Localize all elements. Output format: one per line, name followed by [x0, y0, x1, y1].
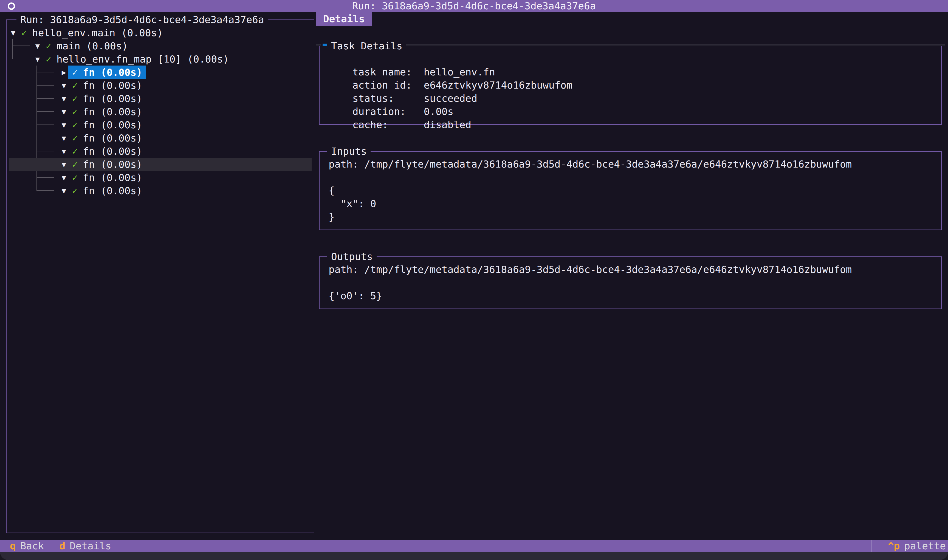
status-check-icon: ✓	[72, 67, 78, 78]
tree-guide-stub	[37, 190, 54, 191]
tree-row-label: main (0.00s)	[57, 40, 128, 52]
statusbar-shortcuts: q Back d Details	[10, 540, 127, 552]
code-line: {	[329, 184, 936, 197]
expand-arrow-icon[interactable]: ▼	[9, 29, 17, 37]
run-tree-panel: Run: 3618a6a9-3d5d-4d6c-bce4-3de3a4a37e6…	[6, 20, 314, 533]
tree-row-label: fn (0.00s)	[83, 159, 142, 170]
expand-arrow-icon[interactable]: ▼	[60, 173, 68, 182]
expand-arrow-icon[interactable]: ▼	[60, 147, 68, 155]
tree-row[interactable]: ▼ ✓ fn (0.00s)	[6, 158, 314, 171]
code-line: path: /tmp/flyte/metadata/3618a6a9-3d5d-…	[329, 263, 936, 276]
tree-row[interactable]: ▼ ✓ main (0.00s)	[6, 39, 314, 52]
shortcut-label-details[interactable]: Details	[70, 540, 111, 551]
tree-row-content: ✓ hello_env.fn_map [10] (0.00s)	[46, 52, 229, 66]
status-check-icon: ✓	[46, 40, 52, 51]
expand-arrow-icon[interactable]: ▼	[60, 94, 68, 103]
main-content: Run: 3618a6a9-3d5d-4d6c-bce4-3de3a4a37e6…	[0, 12, 948, 540]
statusbar-divider	[871, 540, 872, 552]
code-line: "x": 0	[329, 197, 936, 210]
tree-row-content: ✓ fn (0.00s)	[72, 92, 142, 105]
shortcut-key-palette[interactable]: ^p	[888, 540, 900, 551]
tree-guide-stub	[37, 111, 54, 112]
tree-row-label: fn (0.00s)	[83, 119, 142, 131]
outputs-section: Outputs path: /tmp/flyte/metadata/3618a6…	[319, 257, 942, 309]
tree-row-label: fn (0.00s)	[83, 172, 142, 183]
tree-guide-stub	[37, 177, 54, 178]
status-check-icon: ✓	[72, 80, 78, 91]
status-check-icon: ✓	[46, 54, 52, 65]
window-bottom-edge	[0, 552, 948, 560]
tab-details[interactable]: Details	[316, 12, 372, 26]
expand-arrow-icon[interactable]: ▼	[60, 108, 68, 116]
cursor-row-highlight	[9, 158, 312, 171]
window-title: Run: 3618a6a9-3d5d-4d6c-bce4-3de3a4a37e6…	[0, 0, 948, 12]
tree-row-label: fn (0.00s)	[83, 80, 142, 91]
tree-guide-stub	[37, 72, 54, 72]
tree-row-label: fn (0.00s)	[83, 67, 142, 78]
field-label: task name:	[352, 66, 424, 79]
status-check-icon: ✓	[72, 185, 78, 196]
tree-guide-line	[37, 184, 37, 191]
tree-row[interactable]: ▼ ✓ fn (0.00s)	[6, 184, 314, 197]
expand-arrow-icon[interactable]: ▼	[60, 121, 68, 129]
tree-row-label: fn (0.00s)	[83, 185, 142, 196]
tree-guide-line	[12, 52, 13, 59]
tree-guide-stub	[12, 46, 30, 46]
field-label: status:	[352, 92, 424, 105]
tree-row-content: ✓ fn (0.00s)	[68, 66, 146, 79]
expand-arrow-icon[interactable]: ▼	[60, 160, 68, 169]
expand-arrow-icon[interactable]: ▼	[34, 55, 41, 63]
tree-row-content: ✓ fn (0.00s)	[72, 79, 142, 92]
field-label: cache:	[352, 118, 424, 131]
code-line	[329, 276, 936, 289]
tree-guide-stub	[37, 125, 54, 125]
tree-guide-stub	[37, 151, 54, 151]
tree-row[interactable]: ▼ ✓ hello_env.main (0.00s)	[6, 26, 314, 39]
tree-row[interactable]: ▼ ✓ fn (0.00s)	[6, 92, 314, 105]
field-label: duration:	[352, 105, 424, 118]
tree-row[interactable]: ▼ ✓ hello_env.fn_map [10] (0.00s)	[6, 52, 314, 66]
tree-row-content: ✓ fn (0.00s)	[72, 184, 142, 197]
tree-row[interactable]: ▼ ✓ fn (0.00s)	[6, 171, 314, 184]
status-check-icon: ✓	[72, 146, 78, 157]
shortcut-label-palette[interactable]: palette	[904, 540, 946, 551]
expand-arrow-icon[interactable]: ▼	[60, 134, 68, 142]
tree-guide-stub	[37, 85, 54, 86]
status-check-icon: ✓	[72, 119, 78, 130]
tree-row-content: ✓ fn (0.00s)	[72, 118, 142, 131]
field-value: succeeded	[424, 93, 477, 104]
shortcut-key-back[interactable]: q	[10, 540, 16, 551]
tree-row-label: hello_env.fn_map [10] (0.00s)	[57, 54, 229, 65]
tree-row-label: fn (0.00s)	[83, 93, 142, 104]
tree-row[interactable]: ▼ ✓ fn (0.00s)	[6, 145, 314, 158]
code-line	[329, 171, 936, 184]
expand-arrow-icon[interactable]: ▼	[34, 42, 41, 50]
tab-track	[369, 44, 945, 46]
tree-row[interactable]: ▼ ✓ fn (0.00s)	[6, 118, 314, 131]
app-window: Run: 3618a6a9-3d5d-4d6c-bce4-3de3a4a37e6…	[0, 0, 948, 560]
shortcut-label-back[interactable]: Back	[20, 540, 44, 551]
outputs-body: path: /tmp/flyte/metadata/3618a6a9-3d5d-…	[329, 263, 936, 303]
tree-row-content: ✓ fn (0.00s)	[72, 131, 142, 145]
expand-arrow-icon[interactable]: ▼	[60, 186, 68, 195]
shortcut-key-details[interactable]: d	[59, 540, 65, 551]
status-check-icon: ✓	[72, 159, 78, 170]
tree-row[interactable]: ▼ ✓ fn (0.00s)	[6, 131, 314, 145]
tree-row-content: ✓ fn (0.00s)	[72, 171, 142, 184]
tree-row-content: ✓ fn (0.00s)	[72, 105, 142, 118]
tree-row-label: hello_env.main (0.00s)	[32, 27, 163, 38]
tree-row[interactable]: ▼ ✓ fn (0.00s)	[6, 79, 314, 92]
inputs-title: Inputs	[327, 145, 371, 158]
tree-guide-stub	[37, 138, 54, 138]
field-value: hello_env.fn	[424, 66, 495, 78]
expand-arrow-icon[interactable]: ▼	[60, 81, 68, 90]
task-details-title: Task Details	[327, 40, 406, 53]
tree-row[interactable]: ▼ ✓ fn (0.00s)	[6, 105, 314, 118]
status-bar: q Back d Details ^p palette	[0, 540, 948, 552]
expand-arrow-icon[interactable]: ▶	[60, 68, 68, 77]
run-tree-panel-title: Run: 3618a6a9-3d5d-4d6c-bce4-3de3a4a37e6…	[17, 13, 268, 26]
code-line: path: /tmp/flyte/metadata/3618a6a9-3d5d-…	[329, 158, 936, 171]
tab-track	[316, 44, 321, 46]
tree-row[interactable]: ▶ ✓ fn (0.00s)	[6, 66, 314, 79]
field-value: disabled	[424, 119, 471, 130]
